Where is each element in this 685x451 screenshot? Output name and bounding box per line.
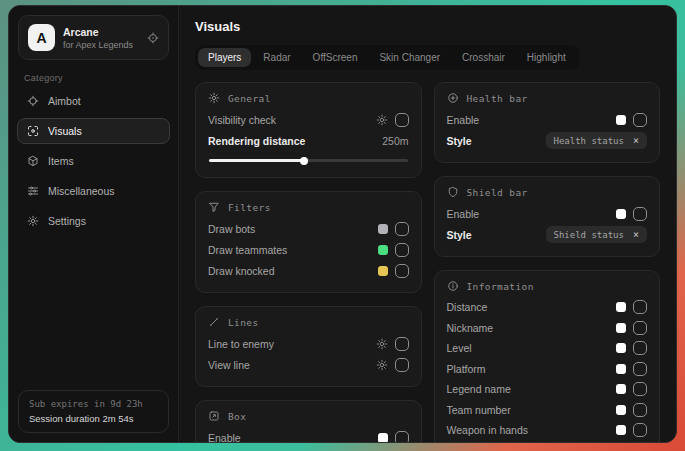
left-column: General Visibility check Rendering dista…	[195, 82, 422, 442]
sidebar-item-miscellaneous[interactable]: Miscellaneous	[17, 178, 170, 204]
color-swatch[interactable]	[378, 245, 388, 255]
tab-players[interactable]: Players	[198, 48, 251, 67]
sidebar-nav: Aimbot Visuals Items Miscellaneous	[9, 86, 178, 236]
plus-circle-icon	[447, 92, 459, 104]
gear-icon	[27, 215, 39, 227]
health-style-row: Style Health status ×	[447, 130, 648, 151]
lines-card-title: Lines	[208, 316, 409, 328]
sidebar-item-items[interactable]: Items	[17, 148, 170, 174]
line-icon	[208, 316, 220, 328]
info-icon	[447, 280, 459, 292]
info-legend-name-checkbox[interactable]	[633, 382, 647, 396]
filters-card: Filters Draw bots Draw teammates	[195, 191, 422, 293]
health-enable-checkbox[interactable]	[633, 113, 647, 127]
info-platform-row: Platform	[447, 359, 648, 380]
tab-crosshair[interactable]: Crosshair	[452, 48, 515, 67]
shield-enable-checkbox[interactable]	[633, 207, 647, 221]
page-title: Visuals	[195, 19, 660, 34]
sidebar: A Arcane for Apex Legends Category Aimbo…	[9, 6, 179, 442]
info-level-checkbox[interactable]	[633, 341, 647, 355]
info-distance-row: Distance	[447, 297, 648, 318]
category-label: Category	[24, 73, 163, 83]
color-swatch[interactable]	[616, 115, 626, 125]
visibility-check-label: Visibility check	[208, 114, 276, 126]
line-to-enemy-checkbox[interactable]	[395, 337, 409, 351]
sidebar-item-label: Visuals	[48, 125, 82, 137]
color-swatch[interactable]	[378, 224, 388, 234]
color-swatch[interactable]	[616, 405, 626, 415]
sidebar-item-settings[interactable]: Settings	[17, 208, 170, 234]
target-icon[interactable]	[147, 32, 159, 44]
box-card: Box Enable Enable background	[195, 400, 422, 442]
tab-radar[interactable]: Radar	[253, 48, 300, 67]
sidebar-item-aimbot[interactable]: Aimbot	[17, 88, 170, 114]
shield-style-row: Style Shield status ×	[447, 224, 648, 245]
rendering-distance-value: 250m	[382, 135, 408, 147]
color-swatch[interactable]	[378, 266, 388, 276]
desktop-background: { "app": { "logo_letter": "A", "name": "…	[0, 0, 685, 451]
gear-icon[interactable]	[376, 338, 388, 350]
sidebar-item-label: Items	[48, 155, 74, 167]
color-swatch[interactable]	[616, 384, 626, 394]
remove-icon[interactable]: ×	[633, 135, 639, 146]
crosshair-icon	[27, 95, 39, 107]
color-swatch[interactable]	[616, 425, 626, 435]
view-line-checkbox[interactable]	[395, 358, 409, 372]
gear-icon[interactable]	[376, 359, 388, 371]
tab-bar: Players Radar OffScreen Skin Changer Cro…	[195, 45, 579, 70]
app-header-card: A Arcane for Apex Legends	[18, 15, 169, 60]
main-panel: Visuals Players Radar OffScreen Skin Cha…	[179, 6, 676, 442]
health-style-select[interactable]: Health status ×	[546, 132, 647, 149]
slider-thumb[interactable]	[300, 157, 308, 165]
shield-bar-card-title: Shield bar	[447, 186, 648, 198]
app-window: A Arcane for Apex Legends Category Aimbo…	[8, 5, 677, 443]
information-card: Information Distance Nickname Level	[434, 270, 661, 442]
health-bar-card-title: Health bar	[447, 92, 648, 104]
right-column: Health bar Enable Style Health status	[434, 82, 661, 442]
general-card-title: General	[208, 92, 409, 104]
info-nickname-row: Nickname	[447, 318, 648, 339]
info-team-number-checkbox[interactable]	[633, 403, 647, 417]
color-swatch[interactable]	[616, 209, 626, 219]
sidebar-item-label: Settings	[48, 215, 86, 227]
shield-style-select[interactable]: Shield status ×	[546, 226, 647, 243]
info-weapon-checkbox[interactable]	[633, 423, 647, 437]
color-swatch[interactable]	[616, 323, 626, 333]
box-enable-row: Enable	[208, 427, 409, 442]
tab-highlight[interactable]: Highlight	[517, 48, 576, 67]
cube-icon	[27, 155, 39, 167]
info-legend-name-row: Legend name	[447, 379, 648, 400]
draw-knocked-checkbox[interactable]	[395, 264, 409, 278]
rendering-distance-row: Rendering distance 250m	[208, 130, 409, 151]
color-swatch[interactable]	[616, 302, 626, 312]
visibility-check-row: Visibility check	[208, 109, 409, 130]
info-distance-checkbox[interactable]	[633, 300, 647, 314]
view-line-row: View line	[208, 354, 409, 375]
draw-teammates-checkbox[interactable]	[395, 243, 409, 257]
info-platform-checkbox[interactable]	[633, 362, 647, 376]
box-enable-checkbox[interactable]	[395, 431, 409, 443]
color-swatch[interactable]	[616, 343, 626, 353]
info-nickname-checkbox[interactable]	[633, 321, 647, 335]
funnel-icon	[208, 201, 220, 213]
gear-icon[interactable]	[376, 114, 388, 126]
rendering-distance-slider[interactable]	[209, 159, 408, 162]
information-card-title: Information	[447, 280, 648, 292]
sidebar-item-label: Miscellaneous	[48, 185, 115, 197]
remove-icon[interactable]: ×	[633, 229, 639, 240]
visibility-check-checkbox[interactable]	[395, 113, 409, 127]
tab-offscreen[interactable]: OffScreen	[303, 48, 368, 67]
color-swatch[interactable]	[616, 364, 626, 374]
app-subtitle: for Apex Legends	[63, 40, 139, 50]
draw-bots-checkbox[interactable]	[395, 222, 409, 236]
color-swatch[interactable]	[378, 433, 388, 443]
sidebar-item-label: Aimbot	[48, 95, 81, 107]
line-to-enemy-row: Line to enemy	[208, 333, 409, 354]
tab-skin-changer[interactable]: Skin Changer	[369, 48, 450, 67]
rendering-distance-label: Rendering distance	[208, 135, 305, 147]
box-card-title: Box	[208, 410, 409, 422]
sidebar-item-visuals[interactable]: Visuals	[17, 118, 170, 144]
health-bar-card: Health bar Enable Style Health status	[434, 82, 661, 163]
cards-grid: General Visibility check Rendering dista…	[195, 82, 660, 442]
general-card: General Visibility check Rendering dista…	[195, 82, 422, 178]
